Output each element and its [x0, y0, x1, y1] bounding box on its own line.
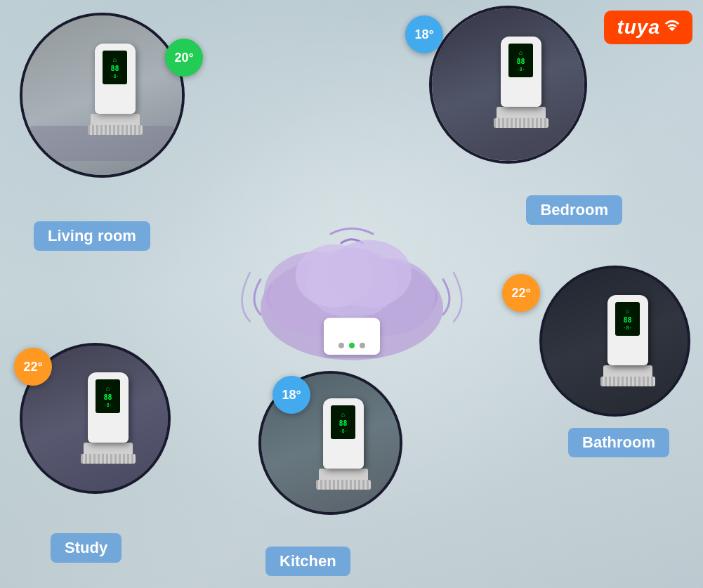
bedroom-label: Bedroom	[526, 195, 622, 225]
bathroom-label: Bathroom	[568, 428, 669, 457]
bedroom-temp-badge: 18°	[405, 15, 443, 53]
cloud-svg	[232, 223, 471, 377]
bathroom-temp-badge: 22°	[502, 274, 540, 312]
study-temp: 22°	[23, 360, 42, 374]
svg-rect-7	[324, 318, 380, 354]
living-room-circle: ⌂ 88 ·8·	[20, 13, 185, 178]
tuya-logo: tuya	[604, 11, 692, 44]
bathroom-temp: 22°	[511, 286, 530, 301]
bathroom-circle: ⌂ 88 ·8·	[539, 266, 690, 417]
living-room-device: ⌂ 88 ·8·	[22, 15, 182, 175]
svg-point-9	[349, 342, 355, 348]
kitchen-temp: 18°	[282, 388, 301, 403]
kitchen-label: Kitchen	[265, 547, 350, 576]
study-label: Study	[51, 533, 121, 563]
bedroom-temp: 18°	[414, 27, 433, 42]
svg-point-10	[360, 342, 365, 348]
svg-point-5	[327, 240, 412, 307]
bedroom-circle: ⌂ 88 ·8·	[429, 6, 587, 164]
kitchen-temp-badge: 18°	[272, 376, 310, 414]
living-room-temp-badge: 20°	[165, 39, 203, 77]
living-room-label: Living room	[34, 221, 150, 251]
bedroom-device: ⌂ 88 ·8·	[432, 8, 584, 161]
bathroom-device: ⌂ 88 ·8·	[542, 268, 688, 414]
tuya-brand-text: tuya	[617, 16, 660, 39]
study-temp-badge: 22°	[14, 348, 52, 386]
tuya-wifi-icon	[664, 18, 680, 37]
svg-point-8	[339, 342, 344, 348]
cloud-gateway-container	[232, 223, 471, 377]
living-room-temp: 20°	[174, 51, 193, 65]
